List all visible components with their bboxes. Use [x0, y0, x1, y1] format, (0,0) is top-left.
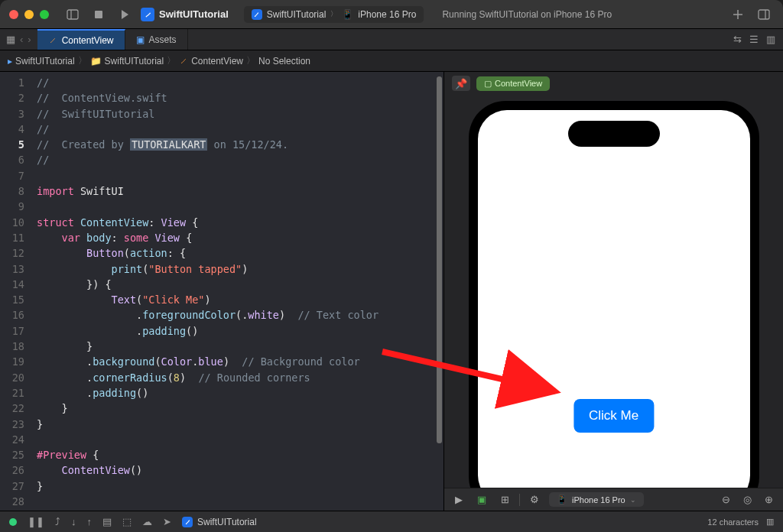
main-area: 1// 2// ContentView.swift 3// SwiftUITut…: [0, 72, 783, 511]
pause-icon[interactable]: ❚❚: [28, 516, 44, 527]
preview-panel: 📌 ▢ContentView Click Me ▶ ▣ ⊞ ⚙ 📱iPhone …: [443, 72, 783, 511]
swift-file-icon: ⟋: [48, 35, 57, 46]
jumpbar-project: SwiftUITutorial: [15, 56, 75, 66]
swift-file-icon: ⟋: [179, 56, 188, 66]
tab-label: Assets: [149, 34, 177, 45]
character-count: 12 characters: [707, 517, 759, 527]
library-toggle-icon[interactable]: [754, 5, 774, 24]
svg-rect-2: [95, 11, 102, 18]
device-name: iPhone 16 Pro: [358, 9, 416, 20]
close-window-button[interactable]: [9, 10, 18, 19]
preview-tag[interactable]: ▢ContentView: [476, 76, 550, 91]
minimize-window-button[interactable]: [24, 10, 34, 19]
add-button[interactable]: [728, 5, 748, 24]
device-settings-icon[interactable]: ⚙: [526, 492, 543, 508]
selectable-icon[interactable]: ▣: [473, 492, 490, 508]
titlebar: ⟋ SwiftUITutorial ⟋ SwiftUITutorial 〉 📱 …: [0, 0, 783, 29]
project-indicator[interactable]: ⟋ SwiftUITutorial: [141, 8, 229, 21]
debug-target[interactable]: ⟋SwiftUITutorial: [182, 517, 257, 527]
step-into-icon[interactable]: ↓: [71, 516, 76, 527]
sidebar-toggle-icon[interactable]: [63, 5, 83, 24]
debug-bar: ❚❚ ⤴ ↓ ↑ ▤ ⬚ ☁ ➤ ⟋SwiftUITutorial 12 cha…: [0, 511, 783, 532]
chevron-right-icon: 〉: [330, 9, 337, 19]
tab-assets[interactable]: ▣ Assets: [125, 29, 188, 50]
adjust-icon[interactable]: ☰: [749, 34, 759, 45]
stop-button[interactable]: [89, 5, 109, 24]
panel-icon[interactable]: ▥: [766, 34, 775, 45]
run-button[interactable]: [115, 5, 135, 24]
zoom-out-icon[interactable]: ⊖: [717, 492, 734, 508]
step-over-icon[interactable]: ⤴: [55, 516, 60, 527]
app-icon: ⟋: [141, 8, 154, 21]
counterpart-icon[interactable]: ⇆: [733, 34, 742, 45]
device-frame: Click Me: [469, 101, 759, 488]
scheme-icon: ⟋: [252, 9, 262, 20]
zoom-in-icon[interactable]: ⊕: [760, 492, 777, 508]
tab-label: ContentView: [62, 35, 114, 46]
scheme-selector[interactable]: ⟋ SwiftUITutorial 〉 📱 iPhone 16 Pro: [244, 6, 424, 23]
code-editor[interactable]: 1// 2// ContentView.swift 3// SwiftUITut…: [0, 72, 443, 511]
svg-rect-3: [759, 10, 769, 19]
cube-icon: ▢: [484, 79, 492, 89]
memory-icon[interactable]: ⬚: [122, 516, 132, 527]
assets-icon: ▣: [136, 34, 145, 45]
preview-device-label: iPhone 16 Pro: [572, 495, 625, 504]
jumpbar[interactable]: ▸SwiftUITutorial 〉 📁SwiftUITutorial 〉 ⟋C…: [0, 50, 783, 72]
zoom-window-button[interactable]: [40, 10, 49, 19]
tabbar: ▦ ‹ › ⟋ ContentView ▣ Assets ⇆ ☰ ▥: [0, 29, 783, 50]
project-icon: ▸: [8, 56, 12, 66]
svg-rect-0: [67, 10, 78, 19]
jumpbar-folder: SwiftUITutorial: [105, 56, 164, 66]
device-screen: Click Me: [478, 110, 750, 488]
jumpbar-selection: No Selection: [258, 56, 310, 66]
env-icon[interactable]: ☁: [142, 516, 152, 527]
live-preview-icon[interactable]: ▶: [450, 492, 467, 508]
preview-tag-label: ContentView: [495, 79, 542, 88]
variants-icon[interactable]: ⊞: [496, 492, 513, 508]
back-icon[interactable]: ‹: [20, 34, 23, 45]
preview-canvas[interactable]: Click Me: [444, 95, 783, 488]
location-icon[interactable]: ➤: [163, 516, 171, 527]
window-controls: [9, 10, 49, 19]
scheme-name: SwiftUITutorial: [267, 9, 327, 20]
jumpbar-file: ContentView: [191, 56, 243, 66]
tab-contentview[interactable]: ⟋ ContentView: [37, 29, 125, 50]
forward-icon[interactable]: ›: [28, 34, 31, 45]
console-toggle-icon[interactable]: ▥: [766, 517, 774, 527]
pin-preview-button[interactable]: 📌: [452, 76, 470, 91]
folder-icon: 📁: [90, 56, 102, 66]
preview-toolbar: ▶ ▣ ⊞ ⚙ 📱iPhone 16 Pro⌄ ⊖ ◎ ⊕: [444, 488, 783, 511]
build-status: Running SwiftUITutorial on iPhone 16 Pro: [442, 9, 612, 20]
preview-device-selector[interactable]: 📱iPhone 16 Pro⌄: [549, 492, 644, 507]
project-name: SwiftUITutorial: [159, 8, 229, 20]
zoom-fit-icon[interactable]: ◎: [739, 492, 755, 508]
grid-icon[interactable]: ▦: [6, 34, 15, 45]
debug-view-icon[interactable]: ▤: [102, 516, 112, 527]
vertical-scrollbar[interactable]: [437, 76, 442, 443]
status-indicator-icon: [9, 518, 17, 526]
demo-button[interactable]: Click Me: [573, 399, 654, 433]
step-out-icon[interactable]: ↑: [87, 516, 93, 527]
dynamic-island: [568, 121, 660, 147]
